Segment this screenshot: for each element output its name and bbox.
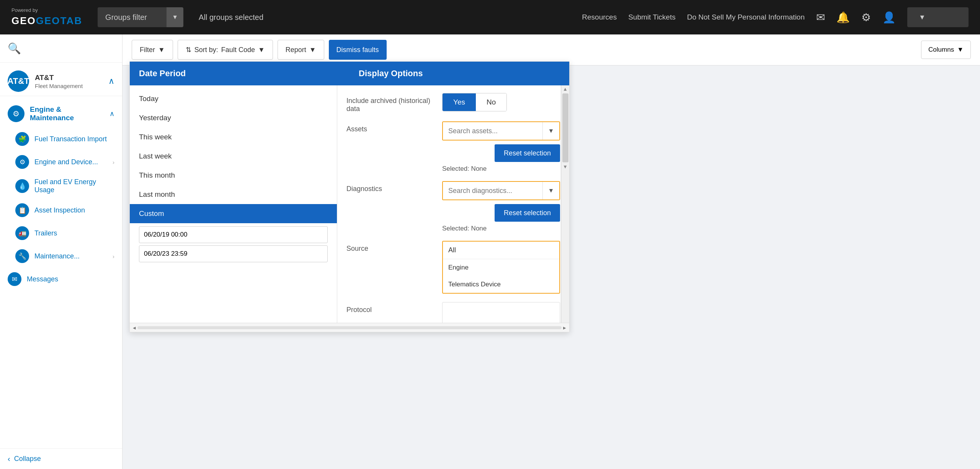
asset-inspection-icon: 📋 [15,203,29,217]
protocol-box[interactable] [442,302,560,323]
scroll-left-arrow[interactable]: ◂ [133,324,136,331]
sidebar-item-maintenance[interactable]: 🔧 Maintenance... › [0,245,122,268]
groups-filter-button[interactable]: Groups filter [98,7,167,27]
mail-icon[interactable]: ✉ [816,11,825,24]
main-layout: 🔍 AT&T AT&T Fleet Management ∧ ⚙ Engine … [0,34,980,469]
columns-button[interactable]: Columns ▼ [921,41,971,59]
include-archived-label: Include archived (historical) data [346,93,442,113]
sidebar-item-engine-maintenance[interactable]: ⚙ Engine & Maintenance ∧ [0,100,122,127]
protocol-box-area [442,302,560,323]
top-navigation-bar: Powered by GEOGEOTAB Groups filter ▼ All… [0,0,980,34]
dismiss-faults-button[interactable]: Dismiss faults [329,40,387,60]
assets-row: Assets ▼ Reset selection [346,121,560,173]
date-option-custom[interactable]: Custom [130,204,337,223]
search-diagnostics-input[interactable] [443,182,542,199]
sidebar-item-engine-device[interactable]: ⚙ Engine and Device... › [0,150,122,173]
trailers-label: Trailers [34,229,57,237]
sort-field-value: Fault Code [221,46,255,54]
top-bar-right: Resources Submit Tickets Do Not Sell My … [582,7,969,27]
do-not-sell-link[interactable]: Do Not Sell My Personal Information [687,13,805,21]
source-all-option[interactable]: All [443,242,559,259]
scroll-up-arrow[interactable]: ▲ [563,86,568,92]
messages-icon: ✉ [8,272,21,286]
scroll-right-arrow[interactable]: ▸ [563,324,566,331]
date-option-this-month[interactable]: This month [130,166,337,185]
filter-button[interactable]: Filter ▼ [132,40,173,60]
search-diagnostics-dropdown-arrow[interactable]: ▼ [542,182,559,199]
collapse-label: Collapse [14,455,41,463]
yes-no-buttons: Yes No [442,93,507,111]
engine-device-expand-icon[interactable]: › [113,159,114,165]
groups-filter-dropdown-button[interactable]: ▼ [167,7,183,27]
user-account-button[interactable]: ▼ [907,7,969,27]
engine-maintenance-collapse-icon[interactable]: ∧ [109,109,114,118]
fuel-transaction-label: Fuel Transaction Import [34,135,107,143]
sidebar-search-area[interactable]: 🔍 [0,34,122,63]
date-option-this-week[interactable]: This week [130,127,337,147]
top-bar-center: Groups filter ▼ All groups selected [98,7,582,27]
user-dropdown-arrow: ▼ [919,13,926,21]
bell-icon[interactable]: 🔔 [836,11,850,24]
sidebar-item-trailers[interactable]: 🚛 Trailers [0,222,122,245]
date-option-yesterday[interactable]: Yesterday [130,108,337,127]
source-row: Source All Engine Telematics Device [346,241,560,294]
user-icon[interactable]: 👤 [882,11,896,24]
yes-no-toggle-group: Yes No [442,93,560,111]
resources-link[interactable]: Resources [582,13,617,21]
horizontal-scroll-track[interactable] [137,326,562,329]
assets-label-row: Assets ▼ Reset selection [346,121,560,162]
sidebar-item-fuel-ev[interactable]: 💧 Fuel and EV Energy Usage [0,173,122,199]
vertical-scrollbar[interactable]: ▲ ▼ [561,85,569,323]
sort-by-label: Sort by: [194,46,218,54]
sidebar-collapse-arrow[interactable]: ∧ [108,76,114,86]
sidebar-collapse-button[interactable]: ‹ Collapse [0,448,122,469]
scroll-down-arrow[interactable]: ▼ [563,164,568,170]
sidebar-item-asset-inspection[interactable]: 📋 Asset Inspection [0,199,122,222]
custom-date-inputs [130,223,337,265]
date-option-last-week[interactable]: Last week [130,147,337,166]
all-groups-selected-text: All groups selected [199,13,263,22]
date-period-column: Today Yesterday This week Last week This… [130,85,337,323]
sidebar-logo-icon: AT&T [8,70,29,92]
diagnostics-label: Diagnostics [346,181,442,193]
date-option-today[interactable]: Today [130,89,337,108]
source-dropdown: All Engine Telematics Device [442,241,560,294]
sidebar-item-fuel-transaction-import[interactable]: 🧩 Fuel Transaction Import [0,127,122,150]
source-telematics-option[interactable]: Telematics Device [443,276,559,293]
report-label: Report [286,46,306,54]
filter-panel-header: Date Period Display Options [130,62,569,85]
fuel-transaction-icon: 🧩 [15,132,29,146]
columns-dropdown-icon: ▼ [957,46,964,54]
source-dropdown-group: All Engine Telematics Device [442,241,560,294]
reset-assets-button[interactable]: Reset selection [495,144,560,162]
source-engine-option[interactable]: Engine [443,259,559,276]
custom-end-date-input[interactable] [139,245,328,262]
date-option-last-month[interactable]: Last month [130,185,337,204]
filter-panel-body: Today Yesterday This week Last week This… [130,85,569,323]
sidebar-logo-text-area: AT&T Fleet Management [35,73,83,89]
asset-inspection-label: Asset Inspection [34,206,85,214]
settings-icon[interactable]: ⚙ [861,11,871,24]
maintenance-expand-icon[interactable]: › [113,253,114,260]
filter-dropdown-panel: Date Period Display Options Today Yester… [129,61,570,332]
sort-by-button[interactable]: ⇅ Sort by: Fault Code ▼ [178,40,273,60]
sidebar-navigation: ⚙ Engine & Maintenance ∧ 🧩 Fuel Transact… [0,96,122,448]
yes-button[interactable]: Yes [443,93,476,111]
custom-start-date-input[interactable] [139,226,328,243]
search-icon[interactable]: 🔍 [8,42,21,54]
submit-tickets-link[interactable]: Submit Tickets [628,13,676,21]
horizontal-scrollbar: ◂ ▸ [130,323,569,332]
search-assets-input[interactable] [443,122,542,140]
engine-maintenance-icon: ⚙ [8,105,24,122]
engine-device-icon: ⚙ [15,155,29,169]
diagnostics-selected-none: Selected: None [442,225,487,232]
groups-filter-container: Groups filter ▼ [98,7,183,27]
diagnostics-row: Diagnostics ▼ Reset selection [346,181,560,232]
report-button[interactable]: Report ▼ [278,40,324,60]
sidebar-item-messages[interactable]: ✉ Messages [0,268,122,291]
trailers-icon: 🚛 [15,226,29,240]
search-assets-dropdown-arrow[interactable]: ▼ [542,122,559,140]
reset-diagnostics-button[interactable]: Reset selection [495,204,560,222]
diagnostics-selected-text: Selected: None [346,225,560,232]
no-button[interactable]: No [476,93,506,111]
